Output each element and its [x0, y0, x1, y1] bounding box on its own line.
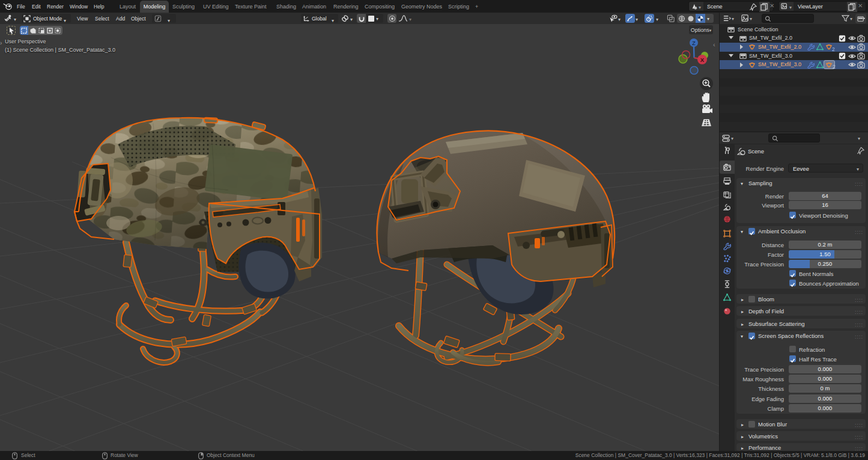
svg-text:Z: Z [692, 40, 696, 46]
svg-text:X: X [700, 57, 705, 63]
